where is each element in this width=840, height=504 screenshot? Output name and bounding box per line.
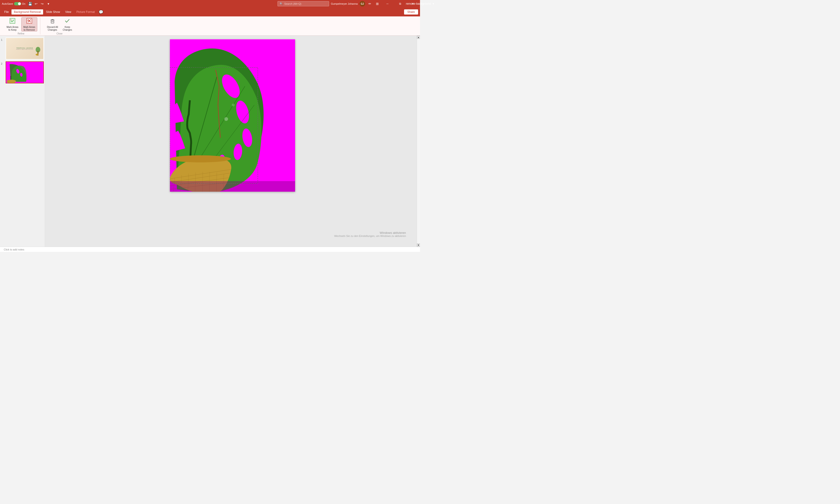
slide-thumb-2[interactable] [6, 61, 44, 84]
layout-icon[interactable]: ⊞ [375, 1, 380, 6]
discard-icon [49, 18, 56, 25]
autosave-area: AutoSave On [2, 2, 25, 5]
keep-changes-button[interactable]: KeepChanges [61, 17, 74, 31]
mark-keep-icon [9, 18, 16, 25]
slide-item-2[interactable]: 2 [1, 61, 44, 84]
svg-point-5 [36, 54, 38, 56]
svg-point-31 [170, 155, 231, 162]
discard-changes-button[interactable]: Discard AllChanges [45, 17, 60, 31]
slide-number-1: 1 [1, 38, 4, 41]
slide1-subtitle: REMOVE IMAGE BACKGROUND [16, 49, 33, 50]
menu-file[interactable]: File [2, 10, 11, 15]
mark-remove-label: Mark Areasto Remove [23, 26, 35, 31]
refine-buttons: Mark Areasto Keep Mark Areasto Remove [5, 17, 37, 31]
svg-rect-32 [170, 181, 295, 192]
scroll-up-button[interactable]: ▲ [417, 36, 420, 39]
slide-panel: 1 TROPICAL LEAVES REMOVE IMAGE BACKGROUN… [0, 36, 45, 247]
titlebar-left: AutoSave On 💾 ↩ ↪ ▾ [2, 1, 51, 6]
customize-button[interactable]: ▾ [46, 1, 51, 6]
restore-button[interactable]: ⧉ [395, 0, 406, 7]
close-label: Close [56, 31, 62, 35]
slide-2-preview [6, 62, 43, 83]
close-buttons: Discard AllChanges KeepChanges [45, 17, 74, 31]
win-activate-subtitle: Wechseln Sie zu den Einstellungen, um Wi… [334, 235, 406, 237]
menu-background-removal[interactable]: Background Removal [12, 10, 43, 15]
slide-canvas [170, 39, 295, 192]
slide-item-1[interactable]: 1 TROPICAL LEAVES REMOVE IMAGE BACKGROUN… [1, 37, 44, 59]
main-area: 1 TROPICAL LEAVES REMOVE IMAGE BACKGROUN… [0, 36, 420, 247]
user-avatar: GJ [359, 1, 365, 6]
plant-illustration [170, 39, 295, 192]
slide-number-2: 2 [1, 62, 4, 65]
redo-button[interactable]: ↪ [39, 1, 45, 6]
search-placeholder: Search (Alt+Q) [284, 2, 301, 5]
search-icon: 🔍 [280, 2, 283, 5]
menu-slideshow[interactable]: Slide Show [43, 10, 62, 15]
canvas-area: Windows aktivieren Wechseln Sie zu den E… [45, 36, 420, 247]
autosave-state: On [22, 2, 25, 5]
windows-activation: Windows aktivieren Wechseln Sie zu den E… [334, 231, 406, 237]
discard-label: Discard AllChanges [47, 26, 58, 31]
save-button[interactable]: 💾 [27, 1, 33, 6]
undo-button[interactable]: ↩ [33, 1, 39, 6]
svg-point-35 [232, 104, 235, 106]
slide-1-preview: TROPICAL LEAVES REMOVE IMAGE BACKGROUND [6, 38, 43, 59]
keep-label: KeepChanges [62, 26, 72, 31]
titlebar-right: 🔍 Search (Alt+Q) Gumpelmeyer Johanna GJ … [278, 0, 418, 7]
vertical-scrollbar[interactable]: ▲ ▼ [417, 36, 420, 247]
menu-bar: File Background Removal Slide Show View … [0, 7, 420, 16]
mark-keep-label: Mark Areasto Keep [6, 26, 19, 31]
mark-areas-keep-button[interactable]: Mark Areasto Keep [5, 17, 20, 31]
svg-point-34 [224, 117, 228, 121]
menu-view[interactable]: View [63, 10, 74, 15]
search-box[interactable]: 🔍 Search (Alt+Q) [278, 1, 329, 6]
slide1-plant [35, 46, 41, 58]
titlebar-center: remove-background ▾ [406, 2, 420, 5]
undo-redo-area: 💾 ↩ ↪ ▾ [27, 1, 51, 6]
svg-rect-0 [10, 18, 15, 23]
slide-thumb-1[interactable]: TROPICAL LEAVES REMOVE IMAGE BACKGROUND [6, 37, 44, 59]
mark-remove-icon [26, 18, 33, 25]
refine-label: Refine [18, 31, 24, 35]
filename-label: remove-background [406, 2, 420, 5]
keep-icon [64, 18, 71, 25]
autosave-label: AutoSave [2, 2, 13, 5]
share-button[interactable]: Share [404, 10, 418, 15]
notes-placeholder[interactable]: Click to add notes [4, 248, 24, 251]
notes-bar[interactable]: Click to add notes [0, 247, 420, 252]
title-bar: AutoSave On 💾 ↩ ↪ ▾ remove-background ▾ … [0, 0, 420, 7]
ribbon-group-close: Discard AllChanges KeepChanges Close [42, 17, 77, 34]
mark-areas-remove-button[interactable]: Mark Areasto Remove [21, 17, 37, 31]
scroll-track[interactable] [417, 39, 420, 244]
scroll-down-button[interactable]: ▼ [417, 244, 420, 247]
minimize-button[interactable]: ─ [382, 0, 393, 7]
user-name: Gumpelmeyer Johanna [331, 2, 358, 5]
ribbon: Mark Areasto Keep Mark Areasto Remove Re… [0, 16, 420, 36]
win-activate-title: Windows aktivieren [334, 231, 406, 235]
ribbon-group-refine: Mark Areasto Keep Mark Areasto Remove Re… [2, 17, 40, 34]
comment-icon[interactable]: 💬 [98, 9, 104, 15]
autosave-toggle[interactable] [14, 2, 21, 5]
menu-picture-format[interactable]: Picture Format [74, 10, 97, 15]
pen-icon[interactable]: ✏ [367, 1, 373, 6]
